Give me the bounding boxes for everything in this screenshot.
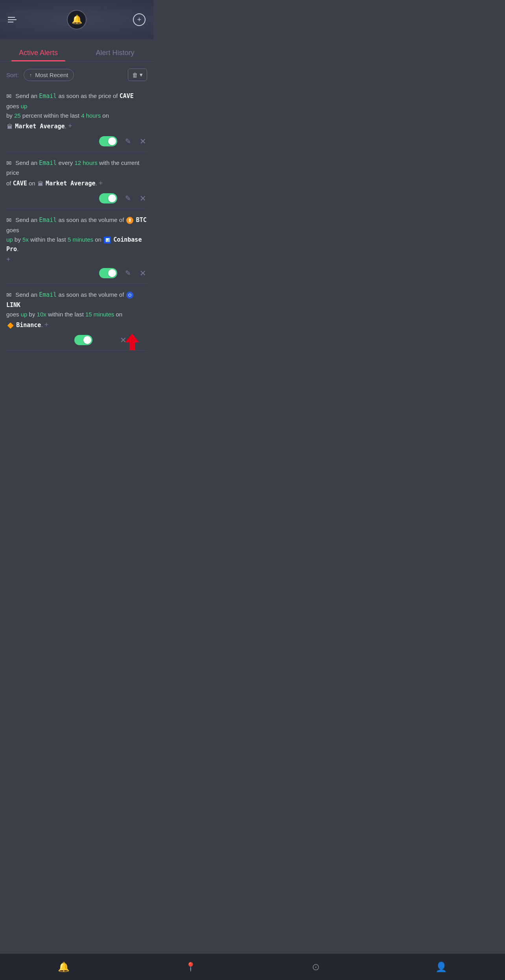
sort-up-arrow: ↑ [29,72,32,78]
link-icon: ⬡ [126,292,133,299]
sort-bar: Sort: ↑ Most Recent 🗑 ▾ [0,61,153,85]
delete-alert-4[interactable]: ✕ [119,335,127,346]
alerts-list: ✉ Send an Email as soon as the price of … [0,85,153,351]
alert-text-3: ✉ Send an Email as soon as the volume of… [6,215,147,254]
app-logo: 🔔 [67,10,87,30]
tab-alert-history[interactable]: Alert History [77,43,153,61]
add-alert-button[interactable]: + [133,13,146,26]
add-condition-4[interactable]: + [44,319,49,331]
direction-1: up [21,103,28,109]
menu-icon[interactable] [8,17,17,22]
market-icon-2: 🏛 [38,179,43,188]
action-type-2: Email [39,159,57,166]
binance-icon: 🔶 [7,321,14,330]
alert-toggle-2[interactable] [99,193,117,203]
add-condition-2[interactable]: + [99,178,103,189]
tab-bar: Active Alerts Alert History [0,43,153,61]
action-type-3: Email [39,216,57,224]
delete-alert-2[interactable]: ✕ [139,193,147,204]
alert-text-4: ✉ Send an Email as soon as the volume of… [6,290,147,331]
sort-button[interactable]: ↑ Most Recent [24,69,74,81]
header: 🔔 + [0,0,153,39]
email-icon-4: ✉ [6,290,11,300]
toggle-knob-4 [83,336,91,344]
delete-alert-1[interactable]: ✕ [139,136,147,147]
add-condition-1[interactable]: + [68,120,72,132]
toggle-knob-3 [108,269,116,277]
bell-icon: 🔔 [72,15,82,25]
direction-3: up [6,236,13,243]
btc-icon: ₿ [126,217,133,224]
timeframe-3: 5 minutes [68,236,93,243]
add-icon: + [137,16,142,24]
add-condition-3[interactable]: + [6,255,11,264]
direction-4: up [21,311,28,318]
sort-value: Most Recent [35,72,68,78]
asset-name-4: LINK [6,301,20,309]
tab-active-alerts[interactable]: Active Alerts [0,43,77,61]
action-type-1: Email [39,92,57,100]
alert-card-1: ✉ Send an Email as soon as the price of … [6,85,147,152]
alert-actions-3: ✎ ✕ [6,268,147,279]
exchange-1: Market Average [15,123,65,130]
alert-toggle-3[interactable] [99,268,117,278]
sort-label: Sort: [6,72,19,78]
coinbase-icon: 📊 [104,237,111,244]
toggle-knob-2 [108,194,116,202]
exchange-2: Market Average [46,180,95,187]
delete-alert-3[interactable]: ✕ [139,268,147,279]
toggle-knob-1 [108,137,116,145]
edit-button-1[interactable]: ✎ [124,136,132,146]
timeframe-4: 15 minutes [85,311,114,318]
email-icon-2: ✉ [6,158,11,168]
edit-button-2[interactable]: ✎ [124,193,132,203]
email-icon-3: ✉ [6,215,11,226]
amount-4: 10x [37,311,46,318]
alert-actions-2: ✎ ✕ [6,193,147,204]
alert-card-3: ✉ Send an Email as soon as the volume of… [6,209,147,284]
alert-text-2: ✉ Send an Email every 12 hours with the … [6,158,147,189]
asset-name-2: CAVE [13,180,27,187]
alert-card-4: ✉ Send an Email as soon as the volume of… [6,284,147,351]
alert-toggle-4[interactable] [74,335,92,345]
alert-actions-4: ✕ [6,335,127,346]
email-icon-1: ✉ [6,91,11,102]
alert-toggle-1[interactable] [99,136,117,146]
alert-text-1: ✉ Send an Email as soon as the price of … [6,91,147,132]
asset-name-1: CAVE [120,92,134,100]
market-icon-1: 🏛 [7,122,13,131]
edit-button-3[interactable]: ✎ [124,268,132,278]
delete-arrow: ▾ [140,71,143,78]
exchange-4: Binance [16,322,41,329]
action-type-4: Email [39,291,57,298]
trash-icon: 🗑 [132,72,138,78]
frequency-2: 12 hours [74,159,97,166]
amount-1: 25 [14,112,21,119]
alert-actions-1: ✎ ✕ [6,136,147,147]
amount-3: 5x [22,236,29,243]
delete-button[interactable]: 🗑 ▾ [128,68,147,81]
alert-card-2: ✉ Send an Email every 12 hours with the … [6,152,147,209]
timeframe-1: 4 hours [81,112,101,119]
asset-name-3: BTC [136,216,147,224]
